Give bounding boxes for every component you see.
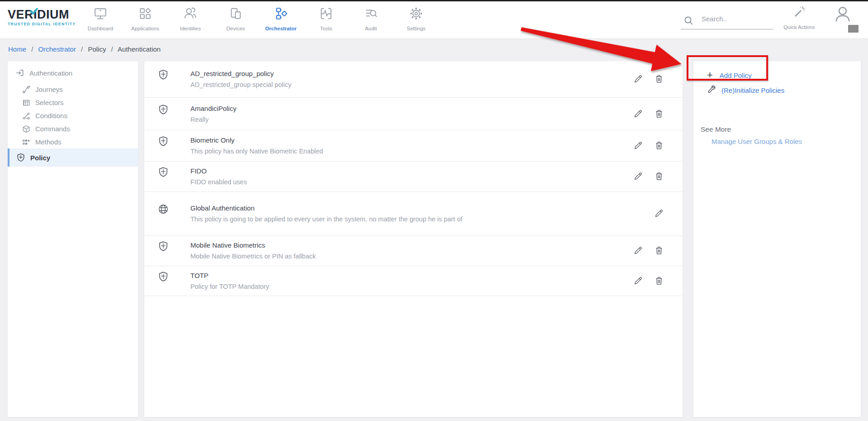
sidebar-item-label: Conditions	[35, 112, 67, 120]
breadcrumb-separator: /	[31, 45, 33, 53]
breadcrumb-separator: /	[111, 45, 113, 53]
shield-icon	[158, 69, 169, 80]
nav-devices[interactable]: Devices	[214, 5, 257, 37]
delete-policy-button[interactable]	[654, 74, 664, 85]
tools-icon	[304, 5, 348, 23]
sidebar-item-journeys[interactable]: Journeys	[8, 83, 138, 96]
logo-checkmark-icon	[30, 4, 38, 17]
nav-audit[interactable]: Audit	[349, 5, 393, 37]
edit-policy-button[interactable]	[633, 171, 644, 182]
audit-icon	[349, 5, 393, 23]
wrench-icon	[707, 85, 716, 96]
policy-description: Really	[190, 115, 237, 124]
app-header: VERIDIUM TRUSTED DIGITAL IDENTITY Dashbo…	[0, 1, 868, 39]
policy-description: Policy for TOTP Mandatory	[190, 282, 269, 291]
orchestrator-icon	[259, 5, 303, 23]
sidebar-item-label: Journeys	[35, 86, 63, 93]
sidebar-item-policy[interactable]: Policy	[8, 148, 138, 167]
applications-icon	[123, 5, 167, 23]
user-avatar-icon	[834, 17, 851, 24]
journeys-icon	[22, 86, 30, 94]
breadcrumb-orchestrator[interactable]: Orchestrator	[38, 45, 76, 53]
veridium-admin-page: { "brand": { "name": "VERIDIUM", "taglin…	[0, 0, 868, 421]
policy-description: FIDO enabled uses	[190, 178, 247, 187]
magic-wand-icon	[792, 13, 806, 21]
nav-dashboard[interactable]: Dashboard	[79, 5, 122, 37]
table-icon	[22, 99, 30, 107]
shield-icon	[158, 167, 169, 177]
policy-row: FIDO FIDO enabled uses	[144, 162, 683, 192]
nav-applications[interactable]: Applications	[123, 5, 167, 37]
reinitialize-policies-button[interactable]: (Re)Initialize Policies	[693, 83, 861, 97]
delete-policy-button[interactable]	[654, 245, 664, 256]
breadcrumb-policy: Policy	[88, 45, 106, 53]
policy-description: AD_restricted_group special policy	[190, 81, 291, 89]
edit-policy-button[interactable]	[633, 245, 644, 256]
add-policy-button[interactable]: + Add Policy	[693, 67, 861, 83]
policy-list-panel: AD_restricted_group_policy AD_restricted…	[144, 61, 683, 417]
policy-name: AD_restricted_group_policy	[190, 69, 291, 78]
sidebar-sublist: Journeys Selectors Conditions	[8, 83, 138, 148]
sidebar-item-selectors[interactable]: Selectors	[8, 96, 138, 109]
policy-row: TOTP Policy for TOTP Mandatory	[144, 266, 683, 296]
policy-description: Mobile Native Biometrics or PIN as fallb…	[190, 252, 316, 261]
authentication-sidebar: Authentication Journeys Selectors	[7, 61, 138, 417]
login-icon	[15, 68, 24, 77]
policy-name: TOTP	[190, 271, 269, 280]
shield-icon	[158, 241, 169, 252]
delete-policy-button[interactable]	[654, 171, 664, 182]
add-policy-label: Add Policy	[720, 72, 752, 79]
edit-policy-button[interactable]	[633, 140, 644, 151]
shield-policy-icon	[16, 153, 25, 162]
settings-icon	[394, 5, 438, 23]
delete-policy-button[interactable]	[654, 140, 664, 151]
dashboard-icon	[79, 5, 122, 23]
nav-orchestrator[interactable]: Orchestrator	[259, 5, 303, 37]
sidebar-item-label: Policy	[30, 154, 50, 162]
shield-icon	[158, 104, 169, 115]
dots-grid-icon	[22, 138, 30, 146]
edit-policy-button[interactable]	[633, 276, 644, 287]
search-input[interactable]	[702, 15, 769, 23]
search-icon[interactable]	[684, 16, 694, 28]
sidebar-item-conditions[interactable]: Conditions	[8, 109, 138, 122]
profile-button[interactable]	[833, 5, 852, 25]
logo-tagline: TRUSTED DIGITAL IDENTITY	[8, 22, 80, 26]
policy-row: AmandiciPolicy Really	[144, 98, 683, 130]
edit-policy-button[interactable]	[633, 74, 644, 85]
branch-icon	[22, 112, 30, 120]
delete-policy-button[interactable]	[654, 109, 664, 120]
policy-row: AD_restricted_group_policy AD_restricted…	[144, 61, 683, 98]
policy-name: Mobile Native Biometrics	[190, 241, 316, 250]
delete-policy-button[interactable]	[654, 276, 664, 287]
breadcrumb-separator: /	[81, 45, 83, 53]
policy-name: Global Authentication	[190, 204, 462, 213]
edit-policy-button[interactable]	[654, 208, 664, 219]
sidebar-item-methods[interactable]: Methods	[8, 135, 138, 148]
sidebar-item-label: Commands	[35, 125, 70, 133]
logo-wordmark: VERIDIUM	[8, 8, 80, 21]
sidebar-item-authentication[interactable]: Authentication	[8, 67, 138, 79]
nav-tools[interactable]: Tools	[304, 5, 348, 37]
collapsed-notification-square[interactable]	[848, 25, 859, 33]
manage-user-groups-link[interactable]: Manage User Groups & Roles	[693, 138, 861, 145]
quick-actions-button[interactable]: Quick Actions	[777, 5, 821, 37]
plus-icon: +	[707, 70, 713, 80]
nav-identities[interactable]: Identities	[169, 5, 212, 37]
veridium-logo[interactable]: VERIDIUM TRUSTED DIGITAL IDENTITY	[8, 8, 80, 26]
see-more-heading: See More	[693, 125, 861, 134]
policy-description: This policy has only Native Biometric En…	[190, 147, 323, 156]
cube-icon	[22, 125, 30, 133]
policy-row: Mobile Native Biometrics Mobile Native B…	[144, 236, 683, 266]
shield-icon	[158, 136, 169, 147]
sidebar-item-commands[interactable]: Commands	[8, 122, 138, 135]
reinitialize-policies-label: (Re)Initialize Policies	[721, 86, 784, 94]
policy-name: FIDO	[190, 167, 247, 176]
breadcrumb-home[interactable]: Home	[8, 45, 26, 53]
breadcrumb-authentication: Authentication	[118, 45, 161, 53]
edit-policy-button[interactable]	[633, 109, 644, 120]
shield-icon	[158, 271, 169, 282]
nav-settings[interactable]: Settings	[394, 5, 438, 37]
identities-icon	[169, 5, 212, 23]
search-box	[681, 13, 773, 29]
